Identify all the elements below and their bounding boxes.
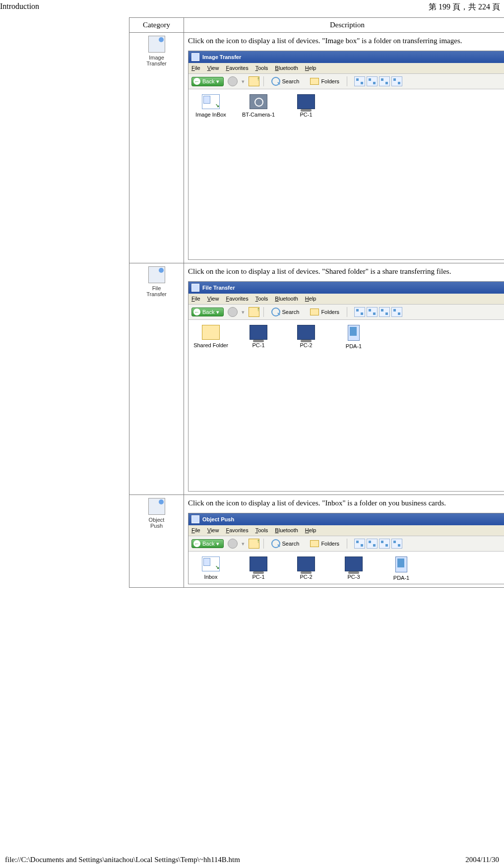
toolbar: ← Back ▾▾ Search Folders <box>189 74 504 89</box>
description-cell: Click on the icon to display a list of d… <box>184 263 504 495</box>
search-icon <box>271 539 280 548</box>
category-icon[interactable] <box>148 266 165 283</box>
menu-item[interactable]: Bluetooth <box>275 64 298 72</box>
menu-item[interactable]: File <box>191 64 200 72</box>
menu-item[interactable]: Favorites <box>226 295 248 303</box>
folders-button[interactable]: Folders <box>307 539 343 549</box>
toolbar: ← Back ▾▾ Search Folders <box>189 305 504 320</box>
search-button[interactable]: Search <box>268 76 303 87</box>
menu-item[interactable]: Help <box>305 64 316 72</box>
file-item[interactable]: PC-1 <box>289 94 323 119</box>
view-btn[interactable] <box>367 539 378 549</box>
menu-item[interactable]: Tools <box>255 64 268 72</box>
folders-button[interactable]: Folders <box>307 77 343 86</box>
file-area: Shared FolderPC-1PC-2PDA-1 <box>189 320 504 352</box>
folders-button[interactable]: Folders <box>307 308 343 317</box>
file-item[interactable]: Image InBox <box>193 94 228 119</box>
table-row: ObjectPushClick on the icon to display a… <box>129 495 504 587</box>
forward-button[interactable] <box>228 307 238 317</box>
view-btn[interactable] <box>354 307 365 317</box>
menu-item[interactable]: Help <box>305 295 316 303</box>
menu-item[interactable]: Favorites <box>226 64 248 72</box>
menu-item[interactable]: Tools <box>255 295 268 303</box>
file-label: Shared Folder <box>193 342 228 349</box>
window-title: Image Transfer <box>202 54 241 61</box>
table-row: ImageTransferClick on the icon to displa… <box>129 33 504 263</box>
window-titlebar: Object Push <box>189 513 504 525</box>
toolbar: ← Back ▾▾ Search Folders <box>189 536 504 552</box>
menu-item[interactable]: Bluetooth <box>275 527 298 534</box>
up-button[interactable] <box>249 307 259 317</box>
file-label: PC-1 <box>241 573 276 581</box>
view-btn[interactable] <box>367 307 378 317</box>
category-icon[interactable] <box>148 498 165 515</box>
category-label: ImageTransfer <box>133 55 180 66</box>
folder-icon <box>202 325 220 340</box>
file-item[interactable]: PC-2 <box>289 557 323 582</box>
folder-icon <box>310 309 319 315</box>
up-button[interactable] <box>249 76 259 86</box>
app-icon <box>191 284 199 292</box>
menubar: FileViewFavoritesToolsBluetoothHelp <box>189 525 504 536</box>
file-item[interactable]: Inbox <box>193 557 228 582</box>
view-btn[interactable] <box>391 76 402 86</box>
back-button[interactable]: ← Back ▾ <box>191 539 224 549</box>
explorer-window: File TransferFileViewFavoritesToolsBluet… <box>188 281 504 492</box>
view-btn[interactable] <box>391 307 402 317</box>
view-buttons <box>354 539 402 549</box>
menu-item[interactable]: Bluetooth <box>275 295 298 303</box>
window-titlebar: File Transfer <box>189 282 504 294</box>
file-label: Inbox <box>193 573 228 581</box>
category-cell: FileTransfer <box>129 263 184 495</box>
menu-item[interactable]: Favorites <box>226 527 248 534</box>
view-btn[interactable] <box>379 539 390 549</box>
file-label: PC-3 <box>336 573 371 581</box>
folder-icon <box>310 78 319 85</box>
view-btn[interactable] <box>367 76 378 86</box>
menu-item[interactable]: View <box>207 64 219 72</box>
file-item[interactable]: PDA-1 <box>384 557 419 582</box>
file-item[interactable]: PC-3 <box>336 557 371 582</box>
explorer-window: Object PushFileViewFavoritesToolsBluetoo… <box>188 513 504 584</box>
menu-item[interactable]: Help <box>305 527 316 534</box>
file-item[interactable]: PC-1 <box>241 557 276 582</box>
up-button[interactable] <box>249 539 259 549</box>
forward-button[interactable] <box>228 539 238 549</box>
search-icon <box>271 308 280 316</box>
menu-item[interactable]: File <box>191 295 200 303</box>
pc-icon <box>250 557 267 571</box>
file-item[interactable]: PC-2 <box>289 325 323 350</box>
table-row: FileTransferClick on the icon to display… <box>129 263 504 495</box>
search-button[interactable]: Search <box>268 538 303 549</box>
pc-icon <box>250 325 267 340</box>
back-button[interactable]: ← Back ▾ <box>191 77 224 86</box>
description-text: Click on the icon to display a list of d… <box>188 266 504 276</box>
view-btn[interactable] <box>379 307 390 317</box>
file-item[interactable]: PDA-1 <box>336 325 371 350</box>
forward-button[interactable] <box>228 76 238 86</box>
view-btn[interactable] <box>354 539 365 549</box>
view-btn[interactable] <box>354 76 365 86</box>
view-btn[interactable] <box>391 539 402 549</box>
col-category: Category <box>129 18 184 33</box>
file-item[interactable]: BT-Camera-1 <box>241 94 276 119</box>
app-icon <box>191 515 199 523</box>
menu-item[interactable]: Tools <box>255 527 268 534</box>
description-cell: Click on the icon to display a list of d… <box>184 495 504 587</box>
col-description: Description <box>184 18 504 33</box>
file-item[interactable]: PC-1 <box>241 325 276 350</box>
description-cell: Click on the icon to display a list of d… <box>184 33 504 263</box>
search-button[interactable]: Search <box>268 307 303 317</box>
menu-item[interactable]: View <box>207 295 219 303</box>
category-icon[interactable] <box>148 36 165 53</box>
file-label: BT-Camera-1 <box>241 111 276 119</box>
file-label: PC-1 <box>241 342 276 349</box>
back-button[interactable]: ← Back ▾ <box>191 308 224 317</box>
file-item[interactable]: Shared Folder <box>193 325 228 350</box>
view-btn[interactable] <box>379 76 390 86</box>
menu-item[interactable]: View <box>207 527 219 534</box>
pc-icon <box>297 94 315 109</box>
file-area: InboxPC-1PC-2PC-3PDA-1 <box>189 552 504 584</box>
menu-item[interactable]: File <box>191 527 200 534</box>
category-label: FileTransfer <box>133 285 180 297</box>
